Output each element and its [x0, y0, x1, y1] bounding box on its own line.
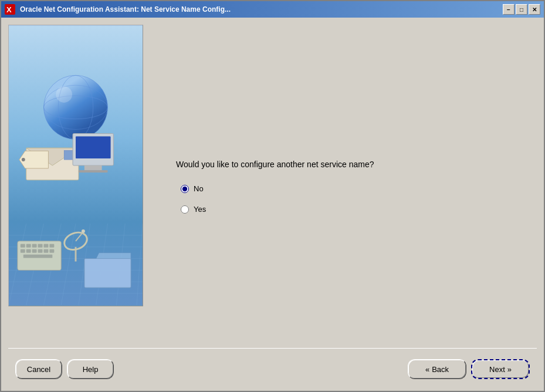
svg-rect-42 [21, 249, 25, 253]
svg-rect-29 [79, 170, 108, 173]
radio-no-input[interactable] [181, 185, 189, 193]
window-body: Would you like to configure another net … [1, 18, 544, 391]
svg-rect-39 [38, 244, 43, 248]
svg-rect-28 [84, 165, 102, 170]
svg-rect-37 [26, 244, 31, 248]
radio-yes-input[interactable] [181, 205, 189, 214]
main-content: Would you like to configure another net … [8, 25, 537, 348]
window-controls: − □ ✕ [503, 4, 540, 15]
next-button[interactable]: Next » [471, 359, 530, 379]
main-window: X Oracle Net Configuration Assistant: Ne… [0, 0, 545, 392]
close-button[interactable]: ✕ [529, 4, 540, 15]
separator [8, 348, 537, 349]
radio-no-item[interactable]: No [181, 184, 206, 193]
next-label: Next [489, 365, 505, 374]
svg-rect-45 [38, 249, 43, 253]
svg-rect-36 [21, 244, 25, 248]
radio-group: No Yes [176, 184, 206, 214]
svg-point-22 [56, 86, 72, 103]
cancel-button[interactable]: Cancel [15, 359, 62, 379]
left-buttons: Cancel Help [15, 359, 403, 379]
radio-yes-label: Yes [194, 205, 206, 214]
svg-rect-38 [32, 244, 37, 248]
svg-rect-40 [43, 244, 48, 248]
radio-yes-item[interactable]: Yes [181, 205, 206, 214]
window-title: Oracle Net Configuration Assistant: Net … [20, 5, 498, 13]
left-panel-artwork [8, 25, 143, 306]
back-button[interactable]: « Back [408, 359, 466, 379]
app-icon: X [5, 4, 15, 15]
svg-rect-44 [32, 249, 37, 253]
title-bar: X Oracle Net Configuration Assistant: Ne… [1, 1, 544, 18]
minimize-button[interactable]: − [503, 4, 514, 15]
question-label: Would you like to configure another net … [176, 159, 374, 171]
svg-rect-50 [84, 259, 131, 288]
svg-point-52 [22, 158, 25, 161]
maximize-button[interactable]: □ [516, 4, 527, 15]
svg-rect-41 [49, 244, 54, 248]
svg-point-34 [82, 229, 85, 233]
svg-rect-47 [49, 249, 54, 253]
radio-no-label: No [194, 184, 204, 193]
svg-rect-48 [23, 255, 53, 258]
right-panel: Would you like to configure another net … [153, 25, 537, 348]
svg-rect-43 [26, 249, 31, 253]
button-bar: Cancel Help « Back Next » [8, 354, 537, 384]
svg-rect-46 [43, 249, 48, 253]
help-button[interactable]: Help [67, 359, 114, 379]
next-arrow-icon: » [507, 365, 512, 374]
svg-text:X: X [6, 5, 12, 14]
back-label: Back [432, 365, 449, 374]
back-arrow-icon: « [425, 365, 429, 374]
svg-rect-30 [76, 136, 110, 158]
right-buttons: « Back Next » [408, 359, 530, 379]
